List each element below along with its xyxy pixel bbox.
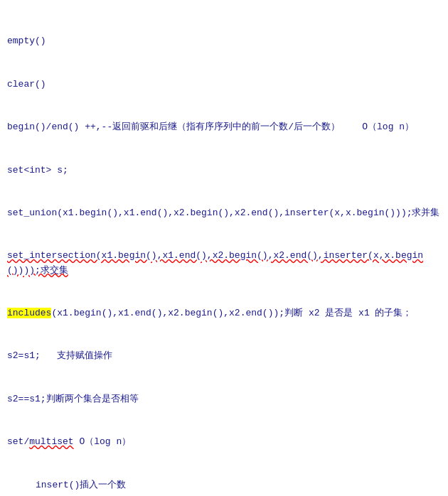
line-set-intersection: set_intersection(x1.begin(),x1.end(),x2.…	[7, 249, 441, 277]
line-clear: clear()	[7, 77, 441, 92]
code-block: empty() clear() begin()/end() ++,--返回前驱和…	[7, 6, 441, 496]
line-begin-end: begin()/end() ++,--返回前驱和后继（指有序序列中的前一个数/后…	[7, 120, 441, 134]
set-intersection-text: set_intersection(x1.begin(),x1.end(),x2.…	[7, 250, 423, 275]
line-set-int: set<int> s;	[7, 163, 441, 178]
line-set-union: set_union(x1.begin(),x1.end(),x2.begin()…	[7, 206, 441, 220]
multiset-text: multiset	[29, 436, 73, 447]
includes-highlight: includes	[7, 308, 51, 318]
line-s2-s1-assign: s2=s1; 支持赋值操作	[7, 349, 441, 363]
line-empty: empty()	[7, 34, 441, 48]
line-includes: includes(x1.begin(),x1.end(),x2.begin(),…	[7, 306, 441, 320]
line-s2-s1-equal: s2==s1;判断两个集合是否相等	[7, 392, 441, 406]
line-insert: insert()插入一个数	[7, 478, 441, 492]
line-set-multiset: set/multiset O（log n）	[7, 435, 441, 449]
